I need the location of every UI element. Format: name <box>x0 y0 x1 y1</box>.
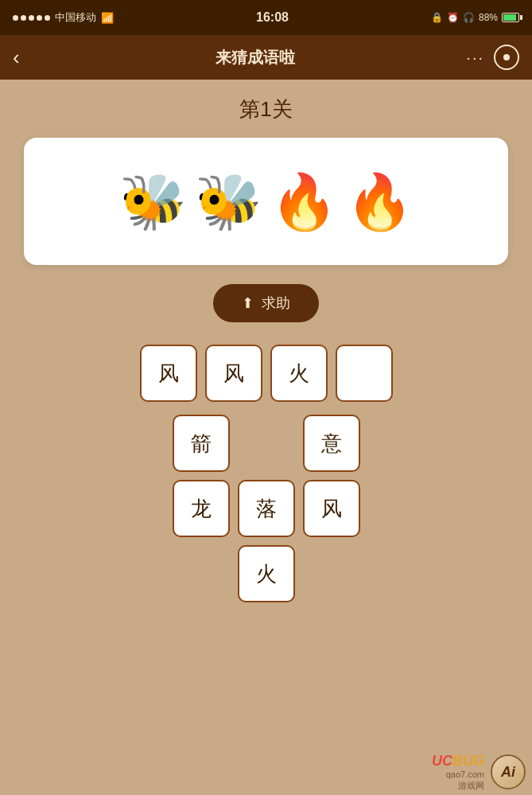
help-section: ⬆ 求助 <box>16 284 516 322</box>
nav-right: ··· <box>466 45 519 70</box>
signal-icon <box>13 15 50 21</box>
emoji-1: 🐝 <box>119 174 187 228</box>
options-area: 箭 意 龙 落 风 火 <box>16 415 516 602</box>
youxi-label: 游戏网 <box>458 780 484 792</box>
level-title: 第1关 <box>16 95 516 123</box>
share-icon: ⬆ <box>242 294 254 312</box>
bug-text: BUG <box>452 753 484 769</box>
emoji-3: 🔥 <box>270 174 338 228</box>
emoji-2: 🐝 <box>195 174 262 228</box>
option-feng[interactable]: 风 <box>303 480 360 537</box>
options-row-3: 火 <box>40 545 492 602</box>
logo-text: Ai <box>501 764 515 781</box>
answer-slots: 风 风 火 <box>16 345 516 402</box>
answer-char-1: 风 <box>158 360 179 388</box>
status-bar: 中国移动 📶 16:08 🔒 ⏰ 🎧 88% <box>0 0 532 35</box>
status-left: 中国移动 📶 <box>13 10 114 25</box>
options-row-1: 箭 意 <box>40 415 492 472</box>
battery-icon <box>502 13 519 22</box>
watermark-area: UCBUG qao7.com 游戏网 Ai <box>432 753 526 792</box>
option-huo[interactable]: 火 <box>238 545 295 602</box>
lock-icon: 🔒 <box>431 12 443 23</box>
option-yi[interactable]: 意 <box>303 415 360 472</box>
main-content: 第1关 🐝 🐝 🔥 🔥 ⬆ 求助 风 风 火 箭 <box>0 80 532 602</box>
help-label: 求助 <box>262 294 290 313</box>
emoji-card: 🐝 🐝 🔥 🔥 <box>24 138 508 265</box>
option-luo[interactable]: 落 <box>238 480 295 537</box>
battery-label: 88% <box>479 12 498 23</box>
wifi-icon: 📶 <box>101 12 114 24</box>
nav-title: 来猜成语啦 <box>45 47 466 68</box>
uc-text: UC <box>432 753 452 769</box>
headphone-icon: 🎧 <box>463 12 475 23</box>
target-button[interactable] <box>494 45 519 70</box>
qa07-label: qao7.com <box>446 770 484 780</box>
nav-bar: ‹ 来猜成语啦 ··· <box>0 35 532 80</box>
time-label: 16:08 <box>256 10 289 25</box>
alarm-icon: ⏰ <box>447 12 459 23</box>
status-right: 🔒 ⏰ 🎧 88% <box>431 12 519 23</box>
option-long[interactable]: 龙 <box>173 480 230 537</box>
option-jian[interactable]: 箭 <box>173 415 230 472</box>
answer-slot-1[interactable]: 风 <box>140 345 197 402</box>
answer-char-2: 风 <box>223 360 244 388</box>
answer-char-3: 火 <box>289 360 309 388</box>
back-button[interactable]: ‹ <box>13 45 45 70</box>
logo-icon: Ai <box>491 754 526 789</box>
ucbug-label: UCBUG <box>432 753 484 770</box>
options-row-2: 龙 落 风 <box>40 480 492 537</box>
more-button[interactable]: ··· <box>466 49 484 67</box>
answer-slot-2[interactable]: 风 <box>205 345 262 402</box>
answer-slot-4[interactable] <box>336 345 393 402</box>
answer-slot-3[interactable]: 火 <box>270 345 328 402</box>
emoji-4: 🔥 <box>346 174 414 228</box>
carrier-label: 中国移动 <box>55 10 96 25</box>
help-button[interactable]: ⬆ 求助 <box>213 284 319 322</box>
